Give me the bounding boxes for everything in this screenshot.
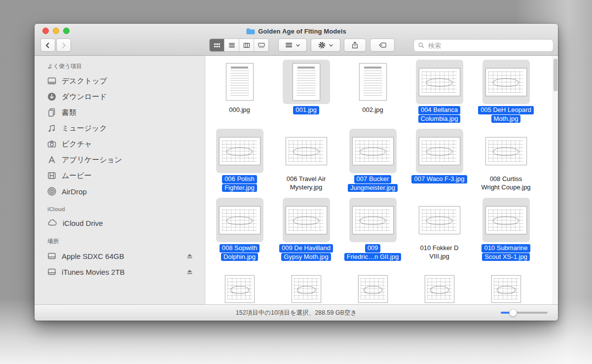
search-input[interactable]: [427, 41, 549, 50]
share-icon: [351, 41, 359, 49]
sidebar-item-label: AirDrop: [62, 187, 194, 196]
window-body: よく使う項目 デスクトップ ダウンロード 書類 ミュージック ピクチャ アプリケ…: [35, 56, 558, 304]
sidebar-item-airdrop[interactable]: AirDrop: [35, 183, 205, 199]
file-name: 006 Travel AirMystery.jpg: [284, 175, 329, 191]
downloads-icon: [47, 92, 57, 102]
icon-size-slider[interactable]: [501, 312, 548, 314]
sidebar-item-drive[interactable]: Apple SDXC 64GB: [35, 248, 205, 264]
eject-icon[interactable]: [185, 252, 194, 260]
sidebar-item-documents[interactable]: 書類: [35, 105, 205, 120]
sidebar-item-downloads[interactable]: ダウンロード: [35, 89, 205, 105]
file-item[interactable]: 004 BellancaColumbia.jpg: [406, 60, 473, 129]
forward-icon: [60, 41, 68, 49]
file-item[interactable]: 001.jpg: [273, 60, 339, 129]
sidebar-item-applications[interactable]: アプリケーション: [35, 152, 205, 168]
group-icon: [285, 41, 293, 49]
tag-icon: [378, 41, 387, 49]
title-bar: Golden Age of Flting Models: [35, 24, 558, 56]
file-item[interactable]: 007 Waco F-3.jpg: [406, 129, 473, 198]
sidebar-item-movies[interactable]: ムービー: [35, 168, 205, 183]
eject-icon[interactable]: [185, 268, 194, 276]
coverflow-view-button[interactable]: [254, 39, 268, 51]
file-item[interactable]: [406, 267, 473, 304]
file-thumbnail[interactable]: [349, 60, 397, 104]
file-item[interactable]: 007 BuckerJungmeister.jpg: [339, 129, 406, 198]
coverflow-icon: [258, 41, 265, 49]
file-thumbnail[interactable]: [482, 129, 530, 173]
back-icon: [44, 41, 52, 49]
share-button[interactable]: [344, 38, 366, 52]
file-item[interactable]: [339, 267, 406, 304]
file-name: 000.jpg: [226, 106, 253, 114]
file-name: 008 CurtissWright Coupe.jpg: [479, 175, 533, 191]
file-thumbnail[interactable]: [349, 198, 397, 242]
slider-knob[interactable]: [509, 309, 517, 317]
scrollbar-thumb[interactable]: [554, 59, 557, 91]
status-text: 152項目中の10項目を選択、288.59 GB空き: [35, 305, 558, 321]
file-thumbnail[interactable]: [416, 198, 463, 242]
sidebar-item-cloud[interactable]: iCloud Drive: [35, 215, 205, 231]
file-thumbnail[interactable]: [349, 129, 397, 173]
file-thumbnail[interactable]: [482, 267, 530, 304]
file-item[interactable]: 010 Fokker DVIII.jpg: [406, 198, 473, 267]
group-by-button[interactable]: [278, 38, 307, 52]
documents-icon: [47, 108, 57, 117]
file-thumbnail[interactable]: [283, 129, 330, 173]
sidebar-section-title: 場所: [35, 238, 205, 245]
file-thumbnail[interactable]: [416, 60, 463, 104]
file-item[interactable]: 005 DeH LeopardMoth.jpg: [473, 60, 539, 129]
file-thumbnail[interactable]: [349, 267, 397, 304]
file-thumbnail[interactable]: [416, 129, 463, 173]
sidebar-item-label: デスクトップ: [62, 76, 194, 86]
file-item[interactable]: 009Friedric…n GII.jpg: [339, 198, 406, 267]
file-name: 007 BuckerJungmeister.jpg: [348, 175, 398, 192]
status-bar: 152項目中の10項目を選択、288.59 GB空き: [35, 304, 558, 321]
file-thumbnail[interactable]: [216, 198, 263, 242]
file-item[interactable]: [273, 267, 339, 304]
file-thumbnail[interactable]: [482, 60, 530, 104]
file-name: 010 SubmarineScout XS-1.jpg: [481, 244, 530, 261]
file-name: 001.jpg: [293, 106, 319, 115]
file-thumbnail[interactable]: [283, 267, 330, 304]
file-item[interactable]: 010 SubmarineScout XS-1.jpg: [473, 198, 539, 267]
sidebar-section-title: iCloud: [35, 206, 205, 212]
tag-button[interactable]: [370, 38, 395, 52]
finder-window: Golden Age of Flting Models: [35, 24, 558, 321]
sidebar-item-desktop[interactable]: デスクトップ: [35, 73, 205, 89]
file-item[interactable]: 000.jpg: [206, 60, 273, 129]
chevron-down-icon: [296, 43, 300, 48]
file-thumbnail[interactable]: [216, 267, 263, 304]
list-view-button[interactable]: [224, 39, 239, 51]
file-item[interactable]: [473, 267, 539, 304]
columns-icon: [243, 41, 251, 49]
file-item[interactable]: 009 De HavillandGypsy Moth.jpg: [273, 198, 339, 267]
file-item[interactable]: 008 SopwithDolphin.jpg: [206, 198, 273, 267]
file-item[interactable]: [206, 267, 273, 304]
search-field[interactable]: [413, 39, 554, 52]
drive-icon: [47, 251, 57, 261]
forward-button[interactable]: [56, 38, 71, 52]
file-thumbnail[interactable]: [416, 267, 463, 304]
file-thumbnail[interactable]: [216, 129, 263, 173]
sidebar-item-label: 書類: [62, 108, 194, 117]
sidebar-item-pictures[interactable]: ピクチャ: [35, 136, 205, 152]
file-name: 009Friedric…n GII.jpg: [344, 244, 401, 261]
sidebar-item-music[interactable]: ミュージック: [35, 120, 205, 136]
cloud-icon: [47, 218, 58, 228]
file-item[interactable]: 006 Travel AirMystery.jpg: [273, 129, 339, 198]
grid-icon: [213, 41, 221, 49]
sidebar-item-drive[interactable]: iTunes Movies 2TB: [35, 264, 205, 280]
column-view-button[interactable]: [239, 39, 254, 51]
icon-view-button[interactable]: [210, 39, 224, 51]
back-button[interactable]: [40, 38, 55, 52]
file-thumbnail[interactable]: [283, 60, 330, 104]
file-thumbnail[interactable]: [283, 198, 330, 242]
file-item[interactable]: 002.jpg: [339, 60, 406, 129]
action-menu-button[interactable]: [311, 38, 340, 52]
file-thumbnail[interactable]: [482, 198, 530, 242]
file-thumbnail[interactable]: [216, 60, 263, 104]
sidebar-item-label: ダウンロード: [62, 92, 194, 102]
file-item[interactable]: 008 CurtissWright Coupe.jpg: [473, 129, 539, 198]
file-item[interactable]: 006 PolishFighter.jpg: [206, 129, 273, 198]
scrollbar-track[interactable]: [553, 56, 558, 304]
